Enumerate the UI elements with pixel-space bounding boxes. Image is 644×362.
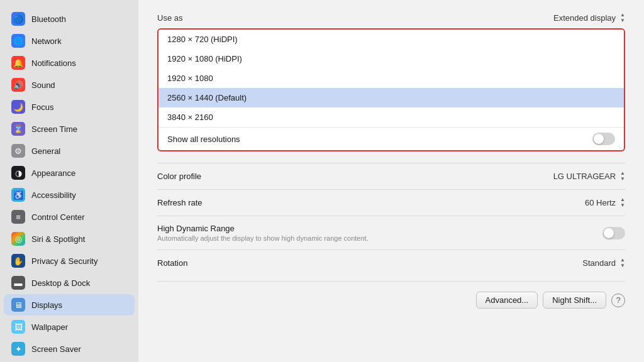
resolution-item-res5[interactable]: 1280 × 720 (HiDPI): [158, 30, 624, 49]
general-icon: ⚙: [11, 144, 25, 158]
resolution-dropdown-box: 1280 × 720 (HiDPI)1920 × 1080 (HiDPI)192…: [157, 28, 625, 151]
resolution-show-all-row: Show all resolutions: [158, 127, 624, 150]
resolution-item-res4[interactable]: 1920 × 1080 (HiDPI): [158, 49, 624, 69]
screen-time-icon: ⌛: [11, 122, 25, 136]
appearance-icon: ◑: [11, 166, 25, 180]
rotation-value: Standard: [582, 258, 616, 268]
sidebar-item-bluetooth[interactable]: 🔵Bluetooth: [4, 8, 135, 30]
show-all-label: Show all resolutions: [167, 134, 240, 144]
sidebar-item-wallpaper[interactable]: 🖼Wallpaper: [4, 316, 135, 337]
rotation-stepper: ▲ ▼: [620, 258, 625, 268]
refresh-rate-label: Refresh rate: [157, 198, 585, 207]
show-all-toggle[interactable]: [592, 133, 615, 145]
sidebar-label-screen-saver: Screen Saver: [31, 344, 81, 354]
use-as-stepper: ▲ ▼: [620, 13, 625, 23]
privacy-security-icon: ✋: [11, 254, 25, 268]
accessibility-icon: ♿: [11, 188, 25, 202]
refresh-rate-value: 60 Hertz: [585, 198, 616, 207]
desktop-dock-icon: ▬: [11, 276, 25, 290]
rotation-label: Rotation: [157, 258, 582, 268]
hdr-label: High Dynamic Range: [157, 224, 602, 233]
sidebar-item-desktop-dock[interactable]: ▬Desktop & Dock: [4, 272, 135, 293]
sidebar: 🔵Bluetooth🌐Network🔔Notifications🔊Sound🌙F…: [0, 0, 138, 362]
sidebar-label-privacy-security: Privacy & Security: [31, 256, 97, 266]
network-icon: 🌐: [11, 34, 25, 48]
night-shift-button[interactable]: Night Shift...: [543, 292, 606, 309]
use-as-value: Extended display: [553, 13, 616, 23]
sidebar-label-focus: Focus: [31, 102, 53, 112]
sidebar-label-siri-spotlight: Siri & Spotlight: [31, 234, 85, 244]
siri-spotlight-icon: ◎: [11, 232, 25, 246]
color-profile-select[interactable]: LG ULTRAGEAR ▲ ▼: [553, 171, 625, 182]
color-profile-value: LG ULTRAGEAR: [553, 172, 616, 181]
sidebar-item-siri-spotlight[interactable]: ◎Siri & Spotlight: [4, 228, 135, 250]
rotation-select[interactable]: Standard ▲ ▼: [582, 258, 625, 268]
sidebar-item-network[interactable]: 🌐Network: [4, 30, 135, 52]
rotation-row: Rotation Standard ▲ ▼: [157, 250, 625, 276]
sidebar-item-accessibility[interactable]: ♿Accessibility: [4, 184, 135, 206]
color-profile-stepper: ▲ ▼: [620, 171, 625, 182]
sidebar-label-general: General: [31, 146, 60, 156]
sidebar-label-accessibility: Accessibility: [31, 190, 76, 200]
sidebar-item-appearance[interactable]: ◑Appearance: [4, 162, 135, 184]
refresh-rate-select[interactable]: 60 Hertz ▲ ▼: [585, 197, 625, 208]
sidebar-label-desktop-dock: Desktop & Dock: [31, 278, 90, 288]
refresh-rate-stepper: ▲ ▼: [620, 197, 625, 208]
color-profile-row: Color profile LG ULTRAGEAR ▲ ▼: [157, 163, 625, 189]
sidebar-item-focus[interactable]: 🌙Focus: [4, 96, 135, 118]
sidebar-label-appearance: Appearance: [31, 168, 75, 178]
sound-icon: 🔊: [11, 78, 25, 92]
hdr-toggle[interactable]: [602, 227, 625, 239]
hdr-sub: Automatically adjust the display to show…: [157, 234, 421, 242]
use-as-select[interactable]: Extended display ▲ ▼: [553, 13, 625, 23]
sidebar-label-displays: Displays: [31, 300, 62, 310]
color-profile-label: Color profile: [157, 172, 553, 181]
sidebar-label-wallpaper: Wallpaper: [31, 322, 68, 332]
notifications-icon: 🔔: [11, 56, 25, 70]
help-button[interactable]: ?: [611, 293, 625, 307]
sidebar-item-screen-time[interactable]: ⌛Screen Time: [4, 118, 135, 140]
main-content: Use as Extended display ▲ ▼ 1280 × 720 (…: [138, 0, 644, 362]
sidebar-item-general[interactable]: ⚙General: [4, 140, 135, 162]
refresh-rate-row: Refresh rate 60 Hertz ▲ ▼: [157, 189, 625, 216]
sidebar-item-privacy-security[interactable]: ✋Privacy & Security: [4, 250, 135, 272]
sidebar-item-sound[interactable]: 🔊Sound: [4, 74, 135, 96]
resolution-item-res3[interactable]: 1920 × 1080: [158, 69, 624, 88]
displays-icon: 🖥: [11, 298, 25, 312]
advanced-button[interactable]: Advanced...: [476, 292, 538, 309]
resolution-item-res2[interactable]: 2560 × 1440 (Default): [158, 88, 624, 107]
screen-saver-icon: ✦: [11, 342, 25, 356]
sidebar-item-screen-saver[interactable]: ✦Screen Saver: [4, 338, 135, 359]
bluetooth-icon: 🔵: [11, 12, 25, 26]
use-as-label: Use as: [157, 13, 182, 23]
sidebar-item-control-center[interactable]: ≡Control Center: [4, 206, 135, 228]
sidebar-label-control-center: Control Center: [31, 212, 85, 222]
sidebar-label-notifications: Notifications: [31, 58, 76, 68]
sidebar-label-network: Network: [31, 36, 62, 46]
sidebar-label-screen-time: Screen Time: [31, 124, 77, 134]
wallpaper-icon: 🖼: [11, 320, 25, 334]
bottom-bar: Advanced... Night Shift... ?: [157, 281, 625, 309]
sidebar-label-bluetooth: Bluetooth: [31, 14, 66, 24]
hdr-row: High Dynamic Range Automatically adjust …: [157, 216, 625, 250]
control-center-icon: ≡: [11, 210, 25, 224]
use-as-row: Use as Extended display ▲ ▼: [157, 13, 625, 23]
sidebar-item-notifications[interactable]: 🔔Notifications: [4, 52, 135, 74]
focus-icon: 🌙: [11, 100, 25, 114]
sidebar-item-displays[interactable]: 🖥Displays: [4, 294, 135, 315]
resolution-item-res1[interactable]: 3840 × 2160: [158, 107, 624, 127]
sidebar-label-sound: Sound: [31, 80, 55, 90]
